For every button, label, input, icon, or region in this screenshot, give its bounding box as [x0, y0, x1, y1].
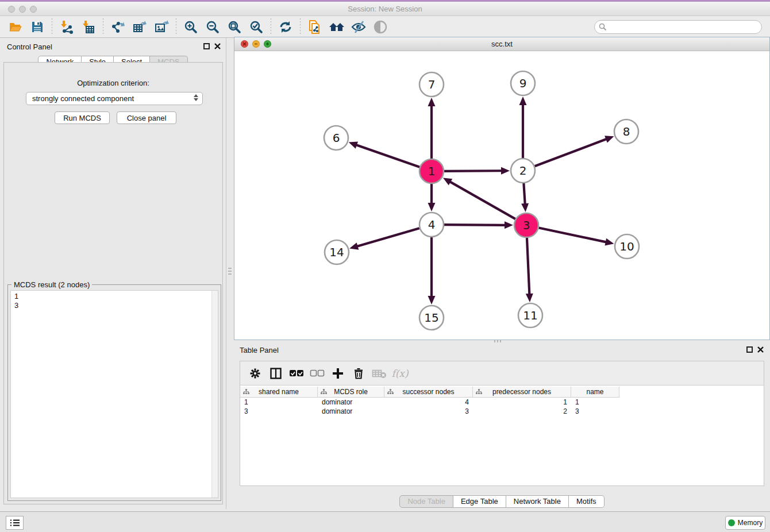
- export-network-icon[interactable]: [107, 18, 129, 36]
- column-header-MCDS-role[interactable]: MCDS role: [318, 387, 384, 398]
- float-table-panel-icon[interactable]: [746, 346, 753, 353]
- graph-node-9[interactable]: 9: [511, 71, 535, 95]
- optimization-criterion-select[interactable]: strongly connected component: [26, 92, 203, 105]
- optimization-criterion-label: Optimization criterion:: [4, 79, 222, 87]
- column-header-shared-name[interactable]: shared name: [240, 387, 318, 398]
- edge-arrowhead: [349, 242, 359, 249]
- table-options-icon[interactable]: [245, 364, 265, 383]
- mcds-result-fieldset: MCDS result (2 nodes) 1 3: [7, 284, 221, 501]
- node-label: 3: [523, 218, 530, 232]
- graph-edge-2-8[interactable]: [535, 139, 607, 166]
- graph-node-7[interactable]: 7: [419, 72, 444, 97]
- save-session-icon[interactable]: [26, 18, 48, 36]
- select-all-icon[interactable]: [286, 364, 307, 383]
- zoom-selected-icon[interactable]: [245, 18, 267, 36]
- graph-edge-3-10[interactable]: [539, 228, 606, 242]
- search-field-wrap: [594, 20, 762, 34]
- float-panel-icon[interactable]: [203, 43, 210, 49]
- table-cell: 4: [384, 398, 473, 407]
- network-view-title: scc.txt: [234, 37, 769, 51]
- graph-edge-4-14[interactable]: [357, 228, 419, 246]
- node-label: 10: [619, 240, 634, 253]
- vertical-splitter-grip[interactable]: [228, 268, 232, 276]
- graph-node-11[interactable]: 11: [518, 303, 542, 327]
- deselect-all-icon[interactable]: [307, 364, 328, 383]
- maximize-window-button[interactable]: [30, 6, 37, 13]
- close-panel-button[interactable]: Close panel: [117, 111, 176, 124]
- graph-edge-2-3[interactable]: [523, 183, 525, 204]
- graph-node-14[interactable]: 14: [325, 240, 349, 264]
- graph-edge-4-3[interactable]: [444, 225, 505, 225]
- main-toolbar: [0, 16, 770, 38]
- delete-columns-icon[interactable]: [348, 364, 369, 383]
- task-history-button[interactable]: [6, 516, 24, 530]
- first-neighbors-icon[interactable]: [326, 18, 348, 36]
- delete-table-icon[interactable]: [369, 364, 390, 383]
- close-panel-icon[interactable]: [214, 43, 221, 50]
- node-label: 2: [519, 164, 527, 178]
- result-scrollbar[interactable]: [211, 291, 218, 498]
- import-table-icon[interactable]: [78, 18, 99, 36]
- graph-node-2[interactable]: 2: [511, 159, 535, 183]
- function-builder-icon[interactable]: f(x): [390, 364, 410, 383]
- graph-node-6[interactable]: 6: [324, 126, 348, 150]
- graph-edge-1-6[interactable]: [356, 145, 419, 167]
- edge-arrowhead: [605, 136, 614, 142]
- graph-node-4[interactable]: 4: [419, 213, 444, 237]
- edge-arrowhead: [526, 294, 533, 302]
- table-row[interactable]: 1dominator411: [240, 398, 764, 407]
- new-column-icon[interactable]: [328, 364, 348, 383]
- table-row[interactable]: 3dominator323: [240, 407, 764, 416]
- run-mcds-button[interactable]: Run MCDS: [55, 111, 110, 124]
- tab-edge-table[interactable]: Edge Table: [453, 495, 506, 508]
- graph-edge-3-11[interactable]: [527, 238, 529, 294]
- graph-node-1[interactable]: 1: [419, 159, 444, 183]
- table-cell: 1: [473, 398, 571, 407]
- clone-network-icon[interactable]: [304, 18, 326, 36]
- close-window-button[interactable]: [8, 6, 15, 13]
- mcds-result-list[interactable]: 1 3: [10, 290, 218, 498]
- tab-node-table[interactable]: Node Table: [399, 495, 453, 508]
- toolbar-separator: [176, 18, 176, 36]
- column-label: shared name: [259, 388, 299, 396]
- select-stepper-icon: [194, 94, 198, 101]
- memory-button[interactable]: Memory: [725, 516, 765, 530]
- search-input[interactable]: [594, 20, 762, 34]
- minimize-window-button[interactable]: [19, 6, 26, 13]
- node-label: 11: [523, 309, 537, 322]
- zoom-fit-icon[interactable]: [224, 18, 245, 36]
- tab-motifs[interactable]: Motifs: [569, 495, 605, 508]
- show-hide-columns-icon[interactable]: [265, 364, 286, 383]
- table-cell: 3: [571, 407, 619, 416]
- column-header-successor-nodes[interactable]: successor nodes: [384, 387, 473, 398]
- open-session-icon[interactable]: [5, 18, 26, 36]
- import-network-icon[interactable]: [56, 18, 78, 36]
- graph-edge-1-2[interactable]: [444, 171, 502, 171]
- zoom-in-icon[interactable]: [180, 18, 202, 36]
- zoom-out-icon[interactable]: [202, 18, 224, 36]
- graph-node-10[interactable]: 10: [615, 234, 639, 259]
- graph-node-3[interactable]: 3: [514, 213, 538, 237]
- maximize-view-button[interactable]: [264, 40, 271, 48]
- export-image-icon[interactable]: [151, 18, 172, 36]
- close-table-panel-icon[interactable]: [757, 346, 764, 353]
- column-header-name[interactable]: name: [571, 387, 619, 398]
- tab-network-table[interactable]: Network Table: [506, 495, 569, 508]
- graph-node-8[interactable]: 8: [614, 119, 638, 144]
- table-cell: 1: [240, 398, 318, 407]
- close-view-button[interactable]: [241, 40, 248, 48]
- hide-selected-icon[interactable]: [348, 18, 369, 36]
- show-all-icon[interactable]: [369, 18, 391, 36]
- criterion-value: strongly connected component: [32, 94, 134, 103]
- status-bar: Memory: [0, 511, 770, 532]
- apply-layout-icon[interactable]: [275, 18, 297, 36]
- minimize-view-button[interactable]: [252, 40, 260, 48]
- graph-edge-3-1[interactable]: [450, 182, 515, 219]
- table-cell: 2: [473, 407, 571, 416]
- titlebar: Session: New Session: [0, 2, 770, 16]
- network-graph-canvas[interactable]: 7968124314101511: [234, 51, 769, 340]
- graph-node-15[interactable]: 15: [419, 306, 444, 330]
- table-cell: 3: [240, 407, 318, 416]
- column-header-predecessor-nodes[interactable]: predecessor nodes: [473, 387, 571, 398]
- export-table-icon[interactable]: [129, 18, 151, 36]
